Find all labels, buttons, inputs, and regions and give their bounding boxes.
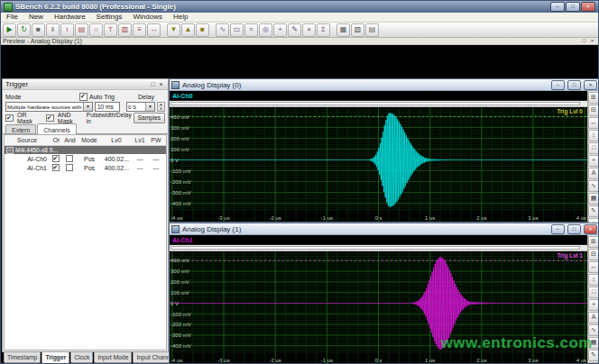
display-1-restore-button[interactable]: □ <box>567 224 581 234</box>
trigger-panel: Trigger □ × Mode ✔ Auto Trig Delay Multi… <box>2 78 169 352</box>
samples-button[interactable]: Samples <box>134 113 165 123</box>
trigger-setup-button[interactable]: T <box>104 23 117 37</box>
display-1-plot[interactable]: Trig Lvl 1400 mV300 mV200 mV100 mV0 V-10… <box>170 251 587 364</box>
channel-setup-button[interactable]: ▥ <box>118 23 132 37</box>
analog-display-0-titlebar[interactable]: Analog Display (0) – □ × <box>170 79 599 91</box>
memory-setup-button[interactable]: ≡ <box>133 23 146 37</box>
menu-new[interactable]: New <box>23 13 49 22</box>
display-0-minimize-button[interactable]: – <box>551 80 565 90</box>
display-0-close-button[interactable]: × <box>584 80 597 90</box>
delete-display-button[interactable]: × <box>302 23 316 37</box>
stop-acquisition-button[interactable]: ■ <box>32 23 45 37</box>
zoom-window-button[interactable]: □ <box>588 142 599 154</box>
auto-trig-checkbox[interactable]: ✔ <box>79 93 88 101</box>
auto-trig-time-field[interactable]: 10 ms <box>95 102 120 112</box>
bottom-tab-trigger[interactable]: Trigger <box>41 352 69 364</box>
restart-acquisition-button[interactable]: ↻ <box>17 23 31 37</box>
tab-extern[interactable]: Extern <box>5 124 36 133</box>
title-bar[interactable]: SBench 6.2.2 build 8080 (Professional - … <box>1 1 598 13</box>
hscroll-thumb[interactable] <box>170 246 580 250</box>
trigger-delay-select[interactable]: 0 S ▼ <box>126 102 155 112</box>
trigger-mode-select[interactable]: Multiple hardware sources with AND/OR ▼ <box>5 102 93 112</box>
ai-ch1-or-checkbox[interactable]: ✔ <box>52 164 60 171</box>
export-data-button[interactable]: ▲ <box>181 23 195 37</box>
ai-ch1-and-checkbox[interactable] <box>66 164 73 171</box>
new-analog-display-button[interactable]: ∿ <box>216 23 229 37</box>
zoom-x-button[interactable]: ↔ <box>588 117 599 129</box>
zoom-in-button[interactable]: ⊞ <box>588 236 599 248</box>
and-mask-checkbox[interactable]: ✔ <box>46 114 54 122</box>
minimize-button[interactable]: – <box>550 2 565 12</box>
text-label-button[interactable]: A <box>588 168 599 179</box>
svg-text:1 us: 1 us <box>425 358 435 363</box>
zoom-x-button[interactable]: ↔ <box>588 261 599 273</box>
start-acquisition-button[interactable]: ▶ <box>3 23 16 37</box>
zoom-y-button[interactable]: ↕ <box>588 130 599 141</box>
zoom-in-button[interactable]: ⊞ <box>588 92 599 104</box>
clock-setup-button[interactable]: ○ <box>89 23 103 37</box>
preview-float-button[interactable]: □ <box>580 38 588 44</box>
arrange-displays-button[interactable]: ▤ <box>365 23 379 37</box>
cursor-button[interactable]: + <box>588 299 599 311</box>
new-spectrum-display-button[interactable]: ≈ <box>244 23 258 37</box>
ai-ch0-and-checkbox[interactable] <box>66 155 73 162</box>
trigger-channel-row[interactable]: AI-Ch1✔Pos400.02...------ <box>5 163 166 172</box>
cursor-button[interactable]: + <box>588 155 599 167</box>
display-0-hscrollbar[interactable] <box>170 101 587 107</box>
analog-display-1-titlebar[interactable]: Analog Display (1) – □ × <box>170 223 599 235</box>
zoom-y-button[interactable]: ↕ <box>588 274 599 286</box>
display-0-restore-button[interactable]: □ <box>567 80 581 90</box>
display-0-plot[interactable]: Trig Lvl 0400 mV300 mV200 mV100 mV0 V-10… <box>170 107 587 222</box>
new-digital-display-button[interactable]: ▭ <box>230 23 244 37</box>
display-1-hscrollbar[interactable] <box>170 245 587 251</box>
preview-close-button[interactable]: × <box>588 38 596 44</box>
col-or: Or <box>50 137 63 143</box>
menu-settings[interactable]: Settings <box>91 13 128 22</box>
delay-spinner[interactable]: ▲▼ <box>157 102 165 112</box>
maximize-button[interactable]: □ <box>566 2 580 12</box>
menu-file[interactable]: File <box>1 13 23 22</box>
menu-help[interactable]: Help <box>168 13 193 22</box>
menu-hardware[interactable]: Hardware <box>49 13 91 22</box>
annotate-button[interactable]: ✎ <box>588 350 599 361</box>
device-group-row[interactable]: −M4i.4450-x8 S... <box>5 146 166 154</box>
io-setup-button[interactable]: ↔ <box>147 23 161 37</box>
display-1-minimize-button[interactable]: – <box>551 224 565 234</box>
signal-select-button[interactable]: ∿ <box>588 324 599 336</box>
panel-float-button[interactable]: □ <box>149 80 157 88</box>
tab-channels[interactable]: Channels <box>37 123 77 134</box>
panel-close-button[interactable]: × <box>157 80 165 88</box>
cursor-tool-button[interactable]: + <box>273 23 287 37</box>
zoom-tool-button[interactable]: ◎ <box>259 23 272 37</box>
bottom-tab-input-mode[interactable]: Input Mode <box>94 352 132 363</box>
trigger-panel-titlebar[interactable]: Trigger □ × <box>3 79 168 90</box>
tile-displays-button[interactable]: ▦ <box>336 23 350 37</box>
text-label-button[interactable]: A <box>588 312 599 323</box>
zoom-window-button[interactable]: □ <box>588 287 599 298</box>
annotation-tool-button[interactable]: ✎ <box>288 23 301 37</box>
close-button[interactable]: × <box>581 2 595 12</box>
zoom-out-button[interactable]: ⊟ <box>588 105 599 116</box>
annotate-button[interactable]: ✎ <box>588 205 599 217</box>
pause-acquisition-button[interactable]: ‖ <box>46 23 60 37</box>
save-project-button[interactable]: ■ <box>196 23 209 37</box>
zoom-out-button[interactable]: ⊟ <box>588 249 599 260</box>
import-data-button[interactable]: ▼ <box>167 23 180 37</box>
svg-text:2 us: 2 us <box>476 358 486 363</box>
trigger-channel-row[interactable]: AI-Ch0✔Pos400.02...------ <box>5 154 166 163</box>
or-mask-checkbox[interactable]: ✔ <box>5 114 14 122</box>
grid-toggle-button[interactable]: ▦ <box>588 193 599 205</box>
ai-ch0-or-checkbox[interactable]: ✔ <box>52 155 60 162</box>
calculations-button[interactable]: Σ <box>317 23 330 37</box>
trigger-table[interactable]: SourceOrAndModeLv0Lv1PW−M4i.4450-x8 S...… <box>4 134 167 350</box>
cascade-displays-button[interactable]: ▧ <box>351 23 364 37</box>
hscroll-thumb[interactable] <box>170 102 580 105</box>
grid-toggle-button[interactable]: ▦ <box>588 337 599 349</box>
display-1-close-button[interactable]: × <box>584 224 597 234</box>
bottom-tab-clock[interactable]: Clock <box>70 352 93 363</box>
input-mode-button[interactable]: ▤ <box>75 23 88 37</box>
signal-select-button[interactable]: ∿ <box>588 180 599 192</box>
bottom-tab-timestamp[interactable]: Timestamp <box>4 352 41 363</box>
card-info-button[interactable]: i <box>60 23 74 37</box>
menu-windows[interactable]: Windows <box>128 13 168 22</box>
